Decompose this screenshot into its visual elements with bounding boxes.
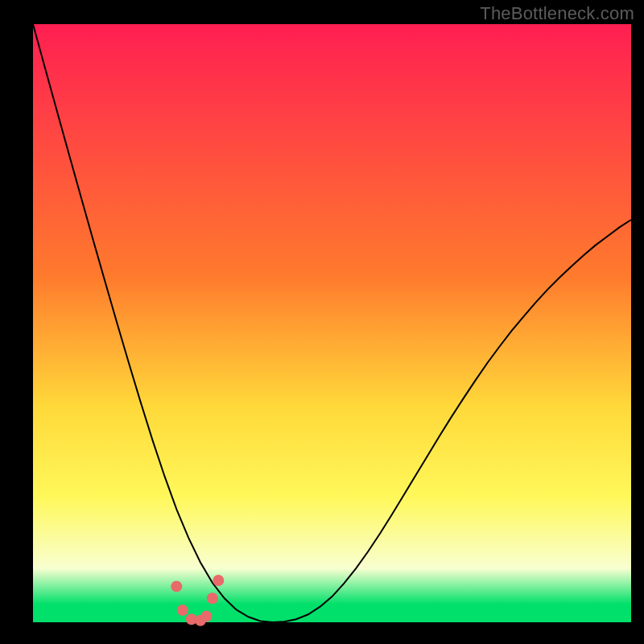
marker-dot — [213, 575, 224, 586]
marker-dot — [171, 580, 182, 592]
bottleneck-curve — [33, 24, 631, 622]
watermark-text: TheBottleneck.com — [480, 3, 634, 24]
marker-dot — [177, 605, 188, 616]
plot-area — [33, 24, 631, 622]
marker-dot — [207, 592, 218, 604]
marker-dot — [201, 611, 213, 622]
outer-frame: TheBottleneck.com — [0, 0, 644, 644]
min-region-markers — [171, 575, 224, 626]
chart-svg — [33, 24, 631, 622]
